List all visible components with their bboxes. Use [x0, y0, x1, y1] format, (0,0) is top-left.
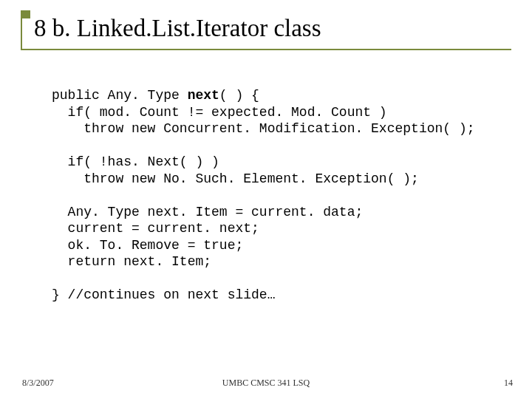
- footer-page-number: 14: [504, 378, 513, 389]
- footer-center: UMBC CMSC 341 LSQ: [0, 378, 532, 389]
- code-line-8: ok. To. Remove = true;: [52, 238, 243, 253]
- code-line-7: current = current. next;: [52, 221, 259, 236]
- code-line-1c: ( ) {: [219, 88, 259, 103]
- code-line-1-bold: next: [188, 88, 219, 103]
- code-line-4: if( !has. Next( ) ): [52, 154, 219, 169]
- code-line-3: throw new Concurrent. Modification. Exce…: [52, 121, 475, 136]
- code-block: public Any. Type next( ) { if( mod. Coun…: [52, 87, 510, 304]
- title-box: 8 b. Linked.List.Iterator class: [21, 10, 511, 50]
- slide: 8 b. Linked.List.Iterator class public A…: [0, 0, 532, 399]
- code-line-6: Any. Type next. Item = current. data;: [52, 205, 363, 219]
- code-line-2: if( mod. Count != expected. Mod. Count ): [52, 105, 387, 120]
- code-line-1a: public Any. Type: [52, 88, 188, 103]
- slide-title: 8 b. Linked.List.Iterator class: [34, 15, 504, 41]
- code-line-5: throw new No. Such. Element. Exception( …: [52, 171, 419, 186]
- code-line-10: } //continues on next slide…: [52, 287, 275, 302]
- code-line-9: return next. Item;: [52, 254, 211, 269]
- title-corner-square: [22, 10, 30, 18]
